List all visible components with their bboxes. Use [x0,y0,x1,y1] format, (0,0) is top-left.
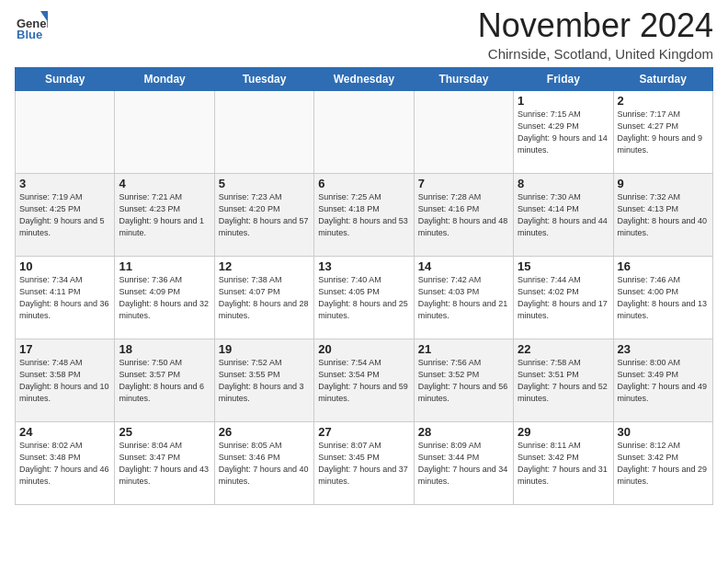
header-friday: Friday [514,67,613,90]
day-cell: 14Sunrise: 7:42 AM Sunset: 4:03 PM Dayli… [414,256,513,339]
day-detail: Sunrise: 7:17 AM Sunset: 4:27 PM Dayligh… [618,109,709,156]
header-tuesday: Tuesday [214,67,313,90]
day-detail: Sunrise: 7:52 AM Sunset: 3:55 PM Dayligh… [219,357,310,405]
day-cell: 25Sunrise: 8:04 AM Sunset: 3:47 PM Dayli… [115,421,214,504]
day-detail: Sunrise: 8:09 AM Sunset: 3:44 PM Dayligh… [418,440,509,488]
day-number: 2 [618,94,709,108]
day-cell: 11Sunrise: 7:36 AM Sunset: 4:09 PM Dayli… [115,256,214,339]
day-cell: 2Sunrise: 7:17 AM Sunset: 4:27 PM Daylig… [613,90,712,173]
day-cell: 19Sunrise: 7:52 AM Sunset: 3:55 PM Dayli… [214,339,313,421]
day-number: 11 [119,259,210,273]
day-cell: 12Sunrise: 7:38 AM Sunset: 4:07 PM Dayli… [214,256,313,339]
day-detail: Sunrise: 7:40 AM Sunset: 4:05 PM Dayligh… [318,274,409,322]
day-detail: Sunrise: 8:07 AM Sunset: 3:45 PM Dayligh… [318,440,409,488]
day-number: 20 [318,342,409,356]
day-number: 12 [219,259,310,273]
day-number: 21 [418,342,509,356]
day-cell: 6Sunrise: 7:25 AM Sunset: 4:18 PM Daylig… [314,173,414,256]
day-number: 27 [318,425,409,439]
day-number: 6 [318,177,409,190]
day-number: 19 [219,342,310,356]
day-cell: 7Sunrise: 7:28 AM Sunset: 4:16 PM Daylig… [414,173,513,256]
day-cell: 23Sunrise: 8:00 AM Sunset: 3:49 PM Dayli… [613,339,712,421]
day-cell: 27Sunrise: 8:07 AM Sunset: 3:45 PM Dayli… [314,421,414,504]
day-cell: 10Sunrise: 7:34 AM Sunset: 4:11 PM Dayli… [16,256,115,339]
day-cell [16,90,115,173]
day-cell [115,90,214,173]
week-row-2: 3Sunrise: 7:19 AM Sunset: 4:25 PM Daylig… [16,173,713,256]
day-detail: Sunrise: 7:54 AM Sunset: 3:54 PM Dayligh… [318,357,409,405]
day-number: 17 [19,342,110,356]
day-number: 15 [518,259,609,273]
day-detail: Sunrise: 7:21 AM Sunset: 4:23 PM Dayligh… [119,191,210,239]
day-number: 29 [518,425,609,439]
location-subtitle: Chirnside, Scotland, United Kingdom [478,46,713,62]
day-detail: Sunrise: 8:11 AM Sunset: 3:42 PM Dayligh… [518,440,609,488]
day-number: 5 [219,177,310,190]
day-cell [414,90,513,173]
day-cell: 5Sunrise: 7:23 AM Sunset: 4:20 PM Daylig… [214,173,313,256]
day-detail: Sunrise: 7:50 AM Sunset: 3:57 PM Dayligh… [119,357,210,405]
day-cell: 8Sunrise: 7:30 AM Sunset: 4:14 PM Daylig… [514,173,613,256]
day-detail: Sunrise: 8:04 AM Sunset: 3:47 PM Dayligh… [119,440,210,488]
day-detail: Sunrise: 7:19 AM Sunset: 4:25 PM Dayligh… [19,191,110,239]
week-row-4: 17Sunrise: 7:48 AM Sunset: 3:58 PM Dayli… [16,339,713,421]
day-number: 3 [19,177,110,190]
day-number: 7 [418,177,509,190]
day-cell: 28Sunrise: 8:09 AM Sunset: 3:44 PM Dayli… [414,421,513,504]
day-detail: Sunrise: 7:56 AM Sunset: 3:52 PM Dayligh… [418,357,509,405]
logo: General Blue [15,7,48,40]
day-number: 23 [618,342,709,356]
logo-icon: General Blue [15,7,48,40]
day-cell: 9Sunrise: 7:32 AM Sunset: 4:13 PM Daylig… [613,173,712,256]
day-cell: 15Sunrise: 7:44 AM Sunset: 4:02 PM Dayli… [514,256,613,339]
day-detail: Sunrise: 7:34 AM Sunset: 4:11 PM Dayligh… [19,274,110,322]
day-number: 10 [19,259,110,273]
day-number: 14 [418,259,509,273]
day-number: 13 [318,259,409,273]
calendar-table: Sunday Monday Tuesday Wednesday Thursday… [15,67,713,505]
svg-text:Blue: Blue [17,28,42,40]
day-detail: Sunrise: 7:25 AM Sunset: 4:18 PM Dayligh… [318,191,409,239]
day-cell: 17Sunrise: 7:48 AM Sunset: 3:58 PM Dayli… [16,339,115,421]
month-year-title: November 2024 [478,7,713,44]
day-detail: Sunrise: 7:38 AM Sunset: 4:07 PM Dayligh… [219,274,310,322]
week-row-3: 10Sunrise: 7:34 AM Sunset: 4:11 PM Dayli… [16,256,713,339]
header-monday: Monday [115,67,214,90]
week-row-1: 1Sunrise: 7:15 AM Sunset: 4:29 PM Daylig… [16,90,713,173]
day-cell [314,90,414,173]
day-number: 16 [618,259,709,273]
day-detail: Sunrise: 8:02 AM Sunset: 3:48 PM Dayligh… [19,440,110,488]
header-thursday: Thursday [414,67,513,90]
day-cell: 16Sunrise: 7:46 AM Sunset: 4:00 PM Dayli… [613,256,712,339]
day-number: 26 [219,425,310,439]
day-detail: Sunrise: 8:12 AM Sunset: 3:42 PM Dayligh… [618,440,709,488]
day-cell: 20Sunrise: 7:54 AM Sunset: 3:54 PM Dayli… [314,339,414,421]
day-number: 28 [418,425,509,439]
day-detail: Sunrise: 7:42 AM Sunset: 4:03 PM Dayligh… [418,274,509,322]
day-cell: 26Sunrise: 8:05 AM Sunset: 3:46 PM Dayli… [214,421,313,504]
day-number: 30 [618,425,709,439]
day-cell [214,90,313,173]
day-detail: Sunrise: 7:48 AM Sunset: 3:58 PM Dayligh… [19,357,110,405]
day-detail: Sunrise: 7:28 AM Sunset: 4:16 PM Dayligh… [418,191,509,239]
day-detail: Sunrise: 7:46 AM Sunset: 4:00 PM Dayligh… [618,274,709,322]
day-cell: 29Sunrise: 8:11 AM Sunset: 3:42 PM Dayli… [514,421,613,504]
day-cell: 30Sunrise: 8:12 AM Sunset: 3:42 PM Dayli… [613,421,712,504]
day-detail: Sunrise: 7:58 AM Sunset: 3:51 PM Dayligh… [518,357,609,405]
day-detail: Sunrise: 7:23 AM Sunset: 4:20 PM Dayligh… [219,191,310,239]
day-cell: 1Sunrise: 7:15 AM Sunset: 4:29 PM Daylig… [514,90,613,173]
day-number: 8 [518,177,609,190]
day-number: 1 [518,94,609,108]
day-detail: Sunrise: 8:00 AM Sunset: 3:49 PM Dayligh… [618,357,709,405]
day-detail: Sunrise: 7:15 AM Sunset: 4:29 PM Dayligh… [518,109,609,156]
day-detail: Sunrise: 7:30 AM Sunset: 4:14 PM Dayligh… [518,191,609,239]
day-cell: 22Sunrise: 7:58 AM Sunset: 3:51 PM Dayli… [514,339,613,421]
day-detail: Sunrise: 8:05 AM Sunset: 3:46 PM Dayligh… [219,440,310,488]
week-row-5: 24Sunrise: 8:02 AM Sunset: 3:48 PM Dayli… [16,421,713,504]
header-wednesday: Wednesday [314,67,414,90]
day-cell: 21Sunrise: 7:56 AM Sunset: 3:52 PM Dayli… [414,339,513,421]
day-cell: 4Sunrise: 7:21 AM Sunset: 4:23 PM Daylig… [115,173,214,256]
day-cell: 24Sunrise: 8:02 AM Sunset: 3:48 PM Dayli… [16,421,115,504]
day-cell: 13Sunrise: 7:40 AM Sunset: 4:05 PM Dayli… [314,256,414,339]
